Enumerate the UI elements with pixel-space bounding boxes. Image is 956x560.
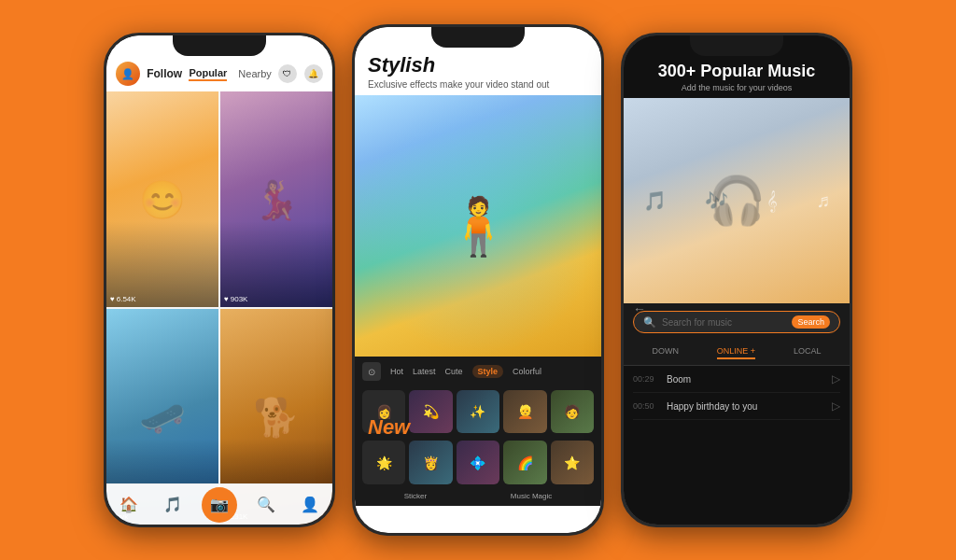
- video-thumb-2[interactable]: ♥903K: [220, 91, 332, 307]
- phone2-subtitle: Exclusive effects make your video stand …: [368, 79, 588, 90]
- sticker-thumb-9[interactable]: 🌈: [503, 441, 546, 483]
- phones-container: 👤 Follow Popular Nearby 🛡 🔔 ♥6.54K: [0, 0, 956, 560]
- phone-2: Stylish Exclusive effects make your vide…: [352, 24, 604, 536]
- phone2-title: Stylish: [368, 53, 588, 77]
- phone3-title: 300+ Popular Music: [635, 62, 838, 81]
- tab-local[interactable]: LOCAL: [794, 346, 822, 359]
- phone3-model-display: 🎧: [708, 174, 766, 228]
- sticker-thumb-4[interactable]: 👱: [503, 390, 546, 433]
- sticker-thumb-7[interactable]: 👸: [409, 441, 452, 483]
- tab-nearby[interactable]: Nearby: [238, 68, 271, 79]
- play-icon-2[interactable]: ▷: [832, 399, 840, 413]
- tab-popular[interactable]: Popular: [189, 67, 227, 81]
- phone3-back-button[interactable]: ←: [633, 301, 646, 316]
- phone-1: 👤 Follow Popular Nearby 🛡 🔔 ♥6.54K: [104, 33, 335, 527]
- sticker-thumb-8[interactable]: 💠: [457, 441, 499, 483]
- filter-settings-icon[interactable]: ⊙: [362, 362, 381, 381]
- shield-icon: 🛡: [278, 64, 297, 83]
- filter-latest[interactable]: Latest: [413, 367, 436, 376]
- play-icon-1[interactable]: ▷: [832, 372, 840, 385]
- music-magic-label: Music Magic: [511, 492, 552, 500]
- filter-colorful[interactable]: Colorful: [513, 367, 541, 376]
- sticker-thumb-3[interactable]: ✨: [457, 390, 499, 433]
- sticker-thumb-10[interactable]: ⭐: [551, 441, 594, 483]
- phone2-new-badge: New: [368, 415, 410, 440]
- profile-icon[interactable]: 👤: [295, 490, 325, 520]
- sticker-thumb-6[interactable]: 🌟: [362, 441, 405, 483]
- search-icon[interactable]: 🔍: [251, 490, 281, 520]
- phone-3: 300+ Popular Music Add the music for you…: [621, 33, 852, 527]
- music-name-2: Happy birthday to you: [667, 401, 824, 412]
- phone2-stickers-row-2: 🌟 👸 💠 🌈 ⭐: [355, 437, 601, 487]
- phone1-icons: 🛡 🔔: [278, 64, 323, 83]
- phone1-tabs: Popular Nearby: [189, 67, 271, 81]
- sticker-label: Sticker: [404, 492, 427, 500]
- phone1-bottom-bar: 🏠 🎵 📷 🔍 👤: [106, 483, 332, 525]
- phone3-header: 300+ Popular Music Add the music for you…: [624, 35, 850, 98]
- music-time-1: 00:29: [633, 374, 659, 384]
- phone3-search-input[interactable]: Search for music: [662, 317, 786, 328]
- filter-style[interactable]: Style: [472, 365, 504, 378]
- phone3-tabs: DOWN ONLINE + LOCAL: [624, 341, 850, 366]
- phone2-header: Stylish Exclusive effects make your vide…: [355, 27, 601, 95]
- phone2-model-display: 🧍: [355, 95, 601, 357]
- phone2-video-area: 🧍: [355, 95, 601, 357]
- phone2-filter-bar: ⊙ Hot Latest Cute Style Colorful: [355, 357, 601, 386]
- tab-online[interactable]: ONLINE +: [717, 346, 755, 359]
- filter-cute[interactable]: Cute: [445, 367, 463, 376]
- phone1-follow-label[interactable]: Follow: [147, 67, 182, 80]
- home-icon[interactable]: 🏠: [114, 490, 144, 520]
- music-item-2[interactable]: 00:50 Happy birthday to you ▷: [633, 393, 840, 420]
- phone3-subtitle: Add the music for your videos: [635, 83, 838, 92]
- music-icon[interactable]: 🎵: [158, 490, 188, 520]
- phone3-search-button[interactable]: Search: [792, 315, 830, 329]
- thumb-stats-1: ♥6.54K: [110, 295, 136, 303]
- phone1-avatar: 👤: [116, 62, 140, 86]
- phone-2-screen: Stylish Exclusive effects make your vide…: [355, 27, 601, 533]
- music-note-1: 🎵: [643, 189, 667, 212]
- phone2-bottom-labels: Sticker Music Magic: [355, 488, 601, 506]
- sticker-thumb-5[interactable]: 🧑: [551, 390, 594, 433]
- filter-hot[interactable]: Hot: [390, 367, 403, 376]
- treble-clef-icon: 𝄞: [766, 190, 778, 212]
- tab-down[interactable]: DOWN: [652, 346, 679, 359]
- camera-button[interactable]: 📷: [202, 487, 237, 523]
- video-thumb-1[interactable]: ♥6.54K: [106, 91, 218, 307]
- phone-1-screen: 👤 Follow Popular Nearby 🛡 🔔 ♥6.54K: [106, 35, 332, 525]
- sticker-thumb-2[interactable]: 💫: [409, 390, 452, 433]
- phone3-search-area: 🔍 Search for music Search: [624, 303, 850, 341]
- music-item-1[interactable]: 00:29 Boom ▷: [633, 366, 840, 393]
- bell-icon[interactable]: 🔔: [304, 64, 323, 83]
- thumb-stats-2: ♥903K: [224, 295, 247, 303]
- music-time-2: 00:50: [633, 401, 659, 411]
- music-name-1: Boom: [667, 374, 824, 385]
- bass-clef-icon: ♬: [816, 190, 830, 212]
- phone3-search-box: 🔍 Search for music Search: [633, 311, 840, 333]
- phone3-music-list: 00:29 Boom ▷ 00:50 Happy birthday to you…: [624, 366, 850, 420]
- search-icon-small: 🔍: [643, 316, 656, 329]
- phone1-header: 👤 Follow Popular Nearby 🛡 🔔: [106, 35, 332, 91]
- phone3-video-area: 🎵 🎶 𝄞 ♬ 🎧: [624, 98, 850, 303]
- phone-3-screen: 300+ Popular Music Add the music for you…: [624, 35, 850, 525]
- phone1-video-grid: ♥6.54K ♥903K ♥gyk: [106, 91, 332, 525]
